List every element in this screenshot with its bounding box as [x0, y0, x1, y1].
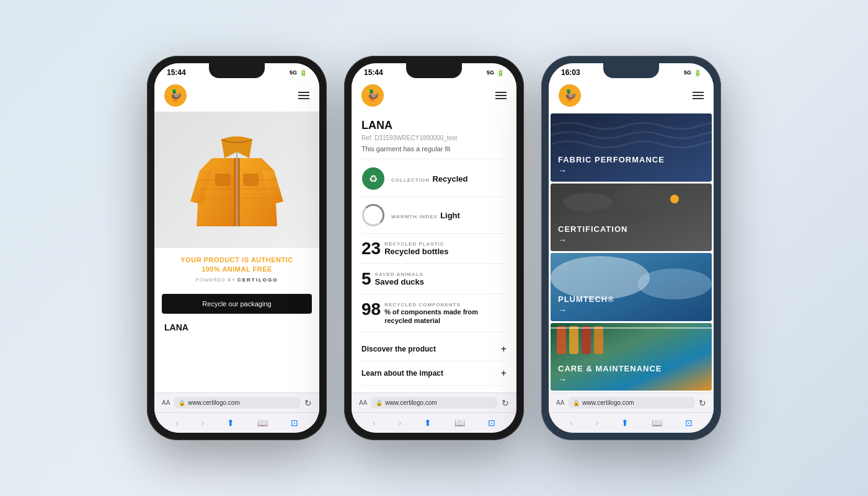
- tabs-btn-3[interactable]: ⊡: [685, 418, 693, 428]
- fabric-overlay: FABRIC PERFORMANCE →: [551, 150, 712, 182]
- detail-fit: This garment has a regular fit: [361, 145, 507, 159]
- saved-number: 5: [361, 270, 371, 288]
- saved-category: SAVED ANIMALS: [375, 272, 425, 277]
- collection-row: ♻ COLLECTION Recycled: [361, 167, 507, 197]
- browser-bar-1: AA 🔒 www.certilogo.com ↻: [154, 392, 319, 412]
- browser-url-2[interactable]: 🔒 www.certilogo.com: [371, 397, 498, 409]
- saved-labels: SAVED ANIMALS Saved ducks: [375, 270, 425, 286]
- cert-arrow: →: [558, 235, 704, 245]
- battery-icon-2: 🔋: [497, 69, 504, 76]
- url-text-3: www.certilogo.com: [582, 399, 634, 406]
- share-btn-1[interactable]: ⬆: [227, 418, 234, 428]
- collection-value: Recycled: [432, 174, 467, 184]
- app-header-1: 🦆: [154, 79, 319, 112]
- phone-3: 16:03 5G 🔋 🦆: [541, 56, 721, 440]
- bookmarks-btn-3[interactable]: 📖: [652, 418, 662, 428]
- discover-label: Discover the product: [361, 345, 436, 353]
- warmth-icon-wrap: [361, 203, 385, 227]
- plumtech-card[interactable]: PLUMTECH® →: [551, 253, 712, 321]
- browser-aa-3: AA: [556, 399, 564, 406]
- forward-btn-3[interactable]: ›: [596, 418, 599, 428]
- components-value: % of components made from recycled mater…: [384, 308, 507, 326]
- refresh-icon-1[interactable]: ↻: [304, 398, 312, 408]
- signal-icon-1: 5G: [290, 69, 297, 76]
- authentic-text: YOUR PRODUCT IS AUTHENTIC 100% ANIMAL FR…: [164, 255, 309, 275]
- certification-card[interactable]: CERTIFICATION →: [551, 184, 712, 252]
- back-btn-2[interactable]: ‹: [373, 418, 376, 428]
- authentic-badge: YOUR PRODUCT IS AUTHENTIC 100% ANIMAL FR…: [154, 248, 319, 290]
- battery-icon-3: 🔋: [694, 69, 701, 76]
- notch-2: [406, 63, 462, 78]
- warmth-row: WARMTH INDEX Light: [361, 203, 507, 234]
- warmth-category: WARMTH INDEX: [391, 214, 438, 219]
- status-time-3: 16:03: [561, 68, 580, 77]
- powered-by: POWERED BY CERTILOGO: [164, 277, 309, 283]
- browser-url-1[interactable]: 🔒 www.certilogo.com: [174, 397, 301, 409]
- impact-row[interactable]: Learn about the impact +: [361, 361, 507, 386]
- detail-product-name: LANA: [361, 119, 507, 132]
- back-btn-1[interactable]: ‹: [175, 418, 179, 428]
- browser-bar-3: AA 🔒 www.certilogo.com ↻: [549, 392, 714, 412]
- browser-aa-1: AA: [162, 399, 170, 406]
- components-number: 98: [361, 301, 381, 318]
- duck-logo-2: 🦆: [361, 84, 384, 107]
- warmth-icon: [362, 204, 384, 226]
- care-title: CARE & MAINTENANCE: [558, 364, 704, 373]
- back-btn-3[interactable]: ‹: [570, 418, 573, 428]
- duck-logo-3: 🦆: [559, 84, 581, 107]
- browser-nav-1: ‹ › ⬆ 📖 ⊡: [154, 412, 319, 433]
- plum-overlay: PLUMTECH® →: [551, 290, 712, 321]
- forward-btn-1[interactable]: ›: [202, 418, 205, 428]
- care-arrow: →: [558, 374, 704, 384]
- lock-icon-1: 🔒: [179, 400, 185, 406]
- browser-aa-2: AA: [359, 399, 367, 406]
- url-text-1: www.certilogo.com: [188, 399, 239, 406]
- browser-bar-2: AA 🔒 www.certilogo.com ↻: [352, 392, 516, 412]
- saved-ducks-row: 5 SAVED ANIMALS Saved ducks: [361, 270, 507, 294]
- components-category: RECYCLED COMPONENTS: [384, 302, 507, 308]
- recycled-bottles-row: 23 RECYCLED PLASTIC Recycled bottles: [361, 240, 507, 264]
- status-icons-1: 5G 🔋: [290, 69, 307, 76]
- status-time-1: 15:44: [167, 68, 186, 77]
- tabs-btn-2[interactable]: ⊡: [488, 418, 495, 428]
- care-overlay: CARE & MAINTENANCE →: [551, 359, 712, 391]
- tabs-btn-1[interactable]: ⊡: [291, 418, 298, 428]
- url-text-2: www.certilogo.com: [385, 399, 436, 406]
- bookmarks-btn-2[interactable]: 📖: [454, 418, 465, 428]
- product-image: [154, 112, 319, 248]
- fabric-performance-card[interactable]: FABRIC PERFORMANCE →: [551, 113, 712, 182]
- app-header-3: 🦆: [549, 79, 714, 112]
- recycle-btn[interactable]: Recycle our packaging: [162, 294, 312, 314]
- svg-rect-20: [569, 326, 578, 354]
- browser-url-3[interactable]: 🔒 www.certilogo.com: [568, 397, 695, 409]
- refresh-icon-2[interactable]: ↻: [502, 398, 509, 408]
- fabric-arrow: →: [558, 166, 704, 175]
- signal-icon-3: 5G: [684, 69, 691, 76]
- forward-btn-2[interactable]: ›: [399, 418, 402, 428]
- recycled-icon: ♻: [362, 167, 384, 190]
- discover-row[interactable]: Discover the product +: [361, 337, 507, 361]
- hamburger-menu-2[interactable]: [495, 92, 507, 99]
- browser-nav-3: ‹ › ⬆ 📖 ⊡: [549, 412, 714, 433]
- product-name-1: LANA: [154, 317, 319, 337]
- care-card[interactable]: CARE & MAINTENANCE →: [551, 323, 712, 391]
- recycled-number: 23: [361, 240, 381, 257]
- phone-2: 15:44 5G 🔋 🦆 LANA Ref. D31593WREC: [344, 56, 524, 440]
- phone-1: 15:44 5G 🔋 🦆: [147, 56, 327, 440]
- refresh-icon-3[interactable]: ↻: [699, 398, 706, 408]
- discover-plus: +: [501, 343, 507, 355]
- plum-title: PLUMTECH®: [558, 294, 704, 304]
- phones-container: 15:44 5G 🔋 🦆: [147, 56, 721, 440]
- collection-labels: COLLECTION Recycled: [391, 173, 468, 184]
- battery-icon-1: 🔋: [299, 69, 307, 76]
- share-btn-3[interactable]: ⬆: [621, 418, 629, 428]
- warmth-labels: WARMTH INDEX Light: [391, 210, 460, 221]
- duck-logo-1: 🦆: [164, 84, 187, 107]
- hamburger-menu-1[interactable]: [298, 92, 309, 99]
- hamburger-menu-3[interactable]: [693, 92, 704, 99]
- collection-icon-wrap: ♻: [361, 167, 385, 190]
- warmth-value: Light: [440, 211, 460, 220]
- lock-icon-2: 🔒: [376, 400, 383, 406]
- share-btn-2[interactable]: ⬆: [424, 418, 432, 428]
- bookmarks-btn-1[interactable]: 📖: [257, 418, 268, 428]
